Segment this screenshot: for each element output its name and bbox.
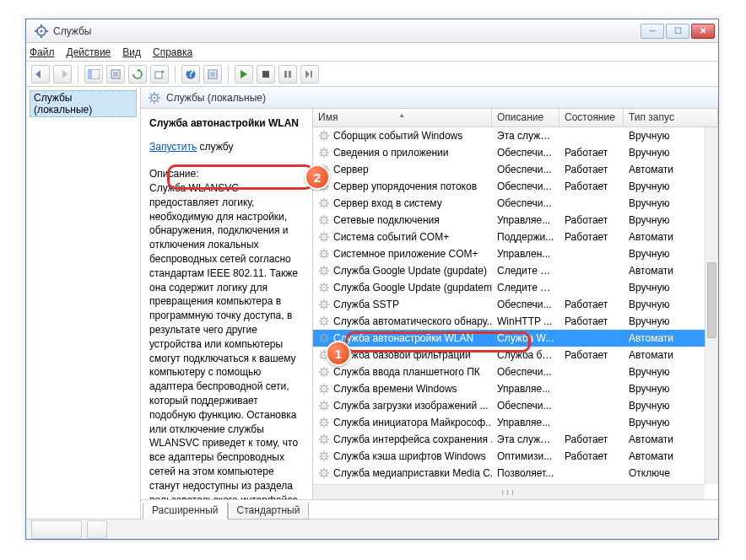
menubar: Файл Действие Вид Справка xyxy=(26,43,718,62)
svg-line-167 xyxy=(321,352,322,353)
service-row[interactable]: Служба SSTPОбеспечи...РаботаетВручную xyxy=(313,296,718,313)
service-gear-icon xyxy=(318,147,330,159)
list-column: Имя Описание Состояние Тип запус Сборщик… xyxy=(313,109,718,499)
service-row[interactable]: Служба медиаприставки Media C...Позволяе… xyxy=(313,465,718,482)
svg-line-80 xyxy=(327,200,327,201)
menu-action[interactable]: Действие xyxy=(67,46,111,58)
maximize-button[interactable]: ☐ xyxy=(666,24,689,39)
cell-startup: Вручную xyxy=(624,130,705,142)
svg-line-187 xyxy=(321,385,322,386)
service-row[interactable]: Служба времени WindowsУправляе...Вручную xyxy=(313,380,718,397)
refresh-button[interactable] xyxy=(128,65,147,83)
help-button[interactable]: ? xyxy=(181,65,200,83)
stop-service-button[interactable] xyxy=(257,65,275,83)
action-suffix: службу xyxy=(197,141,233,153)
start-service-link[interactable]: Запустить xyxy=(149,141,197,153)
service-row[interactable]: СерверОбеспечи...РаботаетАвтомати xyxy=(313,161,718,178)
cell-description: Управляе... xyxy=(492,383,560,395)
service-row[interactable]: Системное приложение COM+Управлен...Вруч… xyxy=(313,245,718,262)
col-description[interactable]: Описание xyxy=(492,109,560,127)
cell-startup: Вручную xyxy=(624,214,705,226)
cell-state: Работает xyxy=(560,164,624,175)
svg-point-112 xyxy=(323,270,325,272)
svg-line-179 xyxy=(321,374,322,375)
vertical-scrollbar[interactable] xyxy=(705,127,718,484)
cell-startup: Вручную xyxy=(624,282,705,293)
service-row[interactable]: Сервер вход в системуОбеспечи...Вручную xyxy=(313,195,718,212)
restart-service-button[interactable] xyxy=(300,65,319,83)
service-row[interactable]: Сетевые подключенияУправляе...РаботаетВр… xyxy=(313,212,718,229)
service-row[interactable]: Служба автоматического обнару...WinHTTP … xyxy=(313,313,718,330)
tree-node-services-local[interactable]: Службы (локальные) xyxy=(30,90,137,117)
service-gear-icon xyxy=(318,197,330,209)
menu-view[interactable]: Вид xyxy=(122,46,141,58)
service-row[interactable]: Сервер упорядочения потоковОбеспечи...Ра… xyxy=(313,178,718,195)
cell-state: Работает xyxy=(560,231,624,243)
cell-description: Обеспечи... xyxy=(492,400,560,412)
cell-state: Работает xyxy=(560,147,624,159)
scroll-thumb[interactable] xyxy=(707,262,716,338)
service-row[interactable]: Служба ввода планшетного ПКОбеспечи...Вр… xyxy=(313,363,718,380)
unknown-tool-button[interactable] xyxy=(203,65,222,83)
close-button[interactable]: ✕ xyxy=(691,24,715,39)
svg-line-30 xyxy=(158,94,159,95)
tab-extended[interactable]: Расширенный xyxy=(143,503,228,520)
svg-line-237 xyxy=(321,470,322,471)
nav-back-button[interactable] xyxy=(31,65,50,83)
tab-standard[interactable]: Стандартный xyxy=(228,503,310,520)
service-row[interactable]: Служба Google Update (gupdatem)Следите з… xyxy=(313,279,718,296)
svg-line-199 xyxy=(321,408,322,409)
cell-description: Управлен... xyxy=(492,248,560,260)
service-row[interactable]: Служба кэша шрифтов WindowsОптимизи...Ра… xyxy=(313,448,718,465)
svg-line-97 xyxy=(321,234,322,234)
show-hide-tree-button[interactable] xyxy=(84,65,103,83)
view-header: Службы (локальные) xyxy=(141,87,718,109)
body: Службы (локальные) Службы (локальные) Сл… xyxy=(26,87,718,519)
pause-service-button[interactable] xyxy=(278,65,297,83)
cell-startup: Отключе xyxy=(624,467,705,479)
cell-name: Сервер упорядочения потоков xyxy=(313,180,492,192)
col-startup[interactable]: Тип запус xyxy=(624,109,718,127)
svg-line-139 xyxy=(321,307,322,308)
service-row[interactable]: Служба базовой фильтрацииСлужба ба...Раб… xyxy=(313,347,718,363)
svg-line-100 xyxy=(327,234,327,234)
start-service-button[interactable] xyxy=(235,65,253,83)
service-row[interactable]: Сборщик событий WindowsЭта служб...Вручн… xyxy=(313,127,718,144)
svg-text:?: ? xyxy=(187,69,193,79)
gear-icon xyxy=(148,91,161,105)
cell-name: Служба загрузки изображений ... xyxy=(313,400,492,412)
svg-line-240 xyxy=(327,470,327,471)
statusbar-pane xyxy=(31,520,82,539)
minimize-button[interactable]: ─ xyxy=(641,24,664,39)
service-row[interactable]: Служба инициатора Майкрософ...Управляе..… xyxy=(313,414,718,431)
cell-state: Работает xyxy=(560,450,624,462)
col-state[interactable]: Состояние xyxy=(560,109,624,127)
menu-file[interactable]: Файл xyxy=(30,46,55,58)
cell-description: Обеспечи... xyxy=(492,147,560,159)
properties-button[interactable] xyxy=(106,65,125,83)
service-gear-icon xyxy=(318,450,330,462)
cell-name: Служба Google Update (gupdatem) xyxy=(313,282,492,293)
statusbar-pane xyxy=(87,520,107,539)
titlebar[interactable]: Службы ─ ☐ ✕ xyxy=(26,19,718,43)
service-row[interactable]: Служба интерфейса сохранения ...Эта служ… xyxy=(313,431,718,448)
service-row[interactable]: Система событий COM+Поддержи...РаботаетА… xyxy=(313,229,718,245)
svg-line-128 xyxy=(327,290,327,291)
svg-point-232 xyxy=(323,472,325,474)
service-row[interactable]: Служба Google Update (gupdate)Следите за… xyxy=(313,262,718,279)
col-name[interactable]: Имя xyxy=(313,109,492,127)
svg-line-119 xyxy=(321,273,322,274)
nav-forward-button[interactable] xyxy=(53,65,72,83)
cell-startup: Автомати xyxy=(624,332,705,344)
svg-rect-20 xyxy=(311,71,312,78)
svg-line-89 xyxy=(321,223,322,223)
svg-line-68 xyxy=(327,189,327,190)
export-button[interactable] xyxy=(150,65,169,83)
service-row[interactable]: Сведения о приложенииОбеспечи...Работает… xyxy=(313,144,718,161)
horizontal-scrollbar[interactable]: ııı xyxy=(313,484,705,499)
svg-line-220 xyxy=(327,436,327,437)
service-row[interactable]: Служба загрузки изображений ...Обеспечи.… xyxy=(313,397,718,414)
menu-help[interactable]: Справка xyxy=(153,46,192,58)
service-row[interactable]: Служба автонастройки WLANСлужба W...Авто… xyxy=(313,330,718,347)
cell-description: Эта служб... xyxy=(492,130,560,142)
